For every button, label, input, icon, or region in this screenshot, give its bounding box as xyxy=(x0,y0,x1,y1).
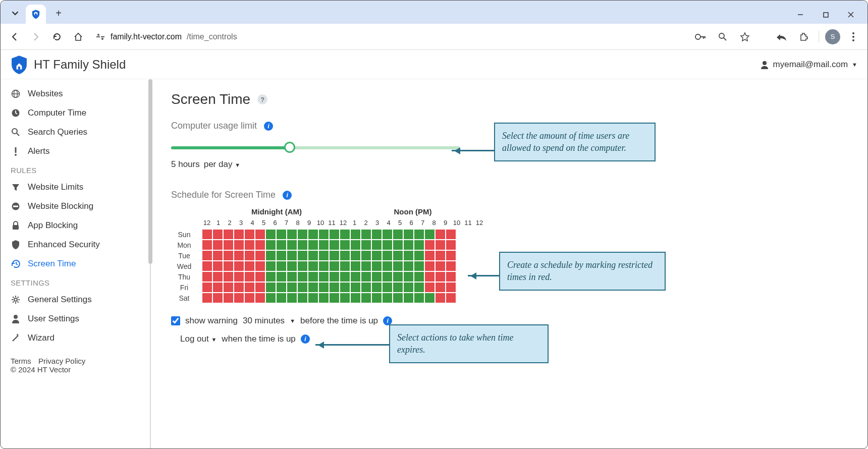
user-menu[interactable]: myemail@mail.com ▼ xyxy=(760,60,857,70)
sidebar-item-website-limits[interactable]: Website Limits xyxy=(1,178,150,197)
schedule-cell[interactable] xyxy=(350,250,361,261)
schedule-cell[interactable] xyxy=(276,293,287,303)
new-tab-button[interactable]: + xyxy=(51,6,66,21)
schedule-cell[interactable] xyxy=(435,229,446,240)
schedule-cell[interactable] xyxy=(371,229,382,240)
schedule-cell[interactable] xyxy=(329,240,340,250)
schedule-cell[interactable] xyxy=(244,293,255,303)
zoom-icon[interactable] xyxy=(714,28,732,46)
terms-link[interactable]: Terms xyxy=(11,357,31,365)
schedule-cell[interactable] xyxy=(276,240,287,250)
schedule-cell[interactable] xyxy=(244,240,255,250)
schedule-cell[interactable] xyxy=(234,240,244,250)
schedule-cell[interactable] xyxy=(308,240,318,250)
schedule-cell[interactable] xyxy=(414,229,424,240)
schedule-cell[interactable] xyxy=(297,229,308,240)
schedule-cell[interactable] xyxy=(435,282,446,293)
schedule-cell[interactable] xyxy=(340,261,350,271)
schedule-cell[interactable] xyxy=(371,250,382,261)
schedule-cell[interactable] xyxy=(308,271,318,282)
timeout-action-dropdown[interactable]: Log out ▼ xyxy=(180,334,216,344)
schedule-cell[interactable] xyxy=(212,250,223,261)
schedule-cell[interactable] xyxy=(393,271,403,282)
schedule-cell[interactable] xyxy=(403,250,414,261)
schedule-cell[interactable] xyxy=(308,250,318,261)
schedule-cell[interactable] xyxy=(329,271,340,282)
schedule-cell[interactable] xyxy=(318,250,329,261)
schedule-cell[interactable] xyxy=(255,250,265,261)
sidebar-item-search-queries[interactable]: Search Queries xyxy=(1,123,150,142)
schedule-cell[interactable] xyxy=(371,240,382,250)
schedule-cell[interactable] xyxy=(329,261,340,271)
schedule-cell[interactable] xyxy=(424,240,435,250)
schedule-cell[interactable] xyxy=(361,240,371,250)
schedule-cell[interactable] xyxy=(223,229,234,240)
schedule-cell[interactable] xyxy=(435,261,446,271)
schedule-cell[interactable] xyxy=(329,282,340,293)
window-close[interactable] xyxy=(838,6,863,24)
nav-back[interactable] xyxy=(6,28,24,46)
schedule-cell[interactable] xyxy=(414,293,424,303)
schedule-cell[interactable] xyxy=(446,229,456,240)
schedule-cell[interactable] xyxy=(308,293,318,303)
schedule-cell[interactable] xyxy=(244,261,255,271)
schedule-cell[interactable] xyxy=(340,282,350,293)
schedule-cell[interactable] xyxy=(318,261,329,271)
schedule-cell[interactable] xyxy=(255,271,265,282)
schedule-cell[interactable] xyxy=(265,240,276,250)
address-bar[interactable]: family.ht-vector.com/time_controls xyxy=(95,32,237,42)
schedule-cell[interactable] xyxy=(350,293,361,303)
schedule-cell[interactable] xyxy=(350,261,361,271)
schedule-cell[interactable] xyxy=(212,282,223,293)
schedule-cell[interactable] xyxy=(318,282,329,293)
window-maximize[interactable] xyxy=(813,6,838,24)
schedule-cell[interactable] xyxy=(265,271,276,282)
schedule-cell[interactable] xyxy=(403,240,414,250)
schedule-cell[interactable] xyxy=(361,250,371,261)
schedule-cell[interactable] xyxy=(223,282,234,293)
reply-arrow-icon[interactable] xyxy=(772,28,790,46)
schedule-cell[interactable] xyxy=(446,282,456,293)
nav-reload[interactable] xyxy=(48,28,66,46)
schedule-cell[interactable] xyxy=(424,271,435,282)
schedule-cell[interactable] xyxy=(308,261,318,271)
schedule-cell[interactable] xyxy=(287,229,297,240)
sidebar-item-alerts[interactable]: Alerts xyxy=(1,142,150,161)
schedule-cell[interactable] xyxy=(297,250,308,261)
schedule-cell[interactable] xyxy=(308,282,318,293)
browser-menu-icon[interactable] xyxy=(844,28,862,46)
schedule-cell[interactable] xyxy=(202,240,212,250)
sidebar-item-screen-time[interactable]: Screen Time xyxy=(1,254,150,273)
schedule-cell[interactable] xyxy=(287,282,297,293)
schedule-cell[interactable] xyxy=(361,293,371,303)
schedule-cell[interactable] xyxy=(202,229,212,240)
schedule-cell[interactable] xyxy=(414,282,424,293)
sidebar-item-computer-time[interactable]: Computer Time xyxy=(1,103,150,123)
schedule-cell[interactable] xyxy=(361,261,371,271)
sidebar-item-app-blocking[interactable]: App Blocking xyxy=(1,216,150,235)
schedule-cell[interactable] xyxy=(340,271,350,282)
profile-avatar[interactable]: S xyxy=(825,29,840,44)
schedule-cell[interactable] xyxy=(350,229,361,240)
schedule-cell[interactable] xyxy=(340,229,350,240)
schedule-cell[interactable] xyxy=(382,261,393,271)
schedule-cell[interactable] xyxy=(393,293,403,303)
schedule-cell[interactable] xyxy=(424,229,435,240)
info-icon[interactable]: i xyxy=(264,122,273,131)
schedule-cell[interactable] xyxy=(403,261,414,271)
schedule-cell[interactable] xyxy=(234,261,244,271)
sidebar-item-wizard[interactable]: Wizard xyxy=(1,328,150,348)
schedule-cell[interactable] xyxy=(350,271,361,282)
schedule-cell[interactable] xyxy=(223,240,234,250)
schedule-cell[interactable] xyxy=(393,282,403,293)
schedule-cell[interactable] xyxy=(403,229,414,240)
schedule-cell[interactable] xyxy=(329,250,340,261)
usage-slider[interactable] xyxy=(171,142,460,152)
schedule-cell[interactable] xyxy=(340,293,350,303)
schedule-cell[interactable] xyxy=(318,271,329,282)
bookmark-star-icon[interactable] xyxy=(736,28,754,46)
schedule-cell[interactable] xyxy=(318,240,329,250)
schedule-cell[interactable] xyxy=(202,271,212,282)
schedule-cell[interactable] xyxy=(403,271,414,282)
schedule-cell[interactable] xyxy=(265,261,276,271)
